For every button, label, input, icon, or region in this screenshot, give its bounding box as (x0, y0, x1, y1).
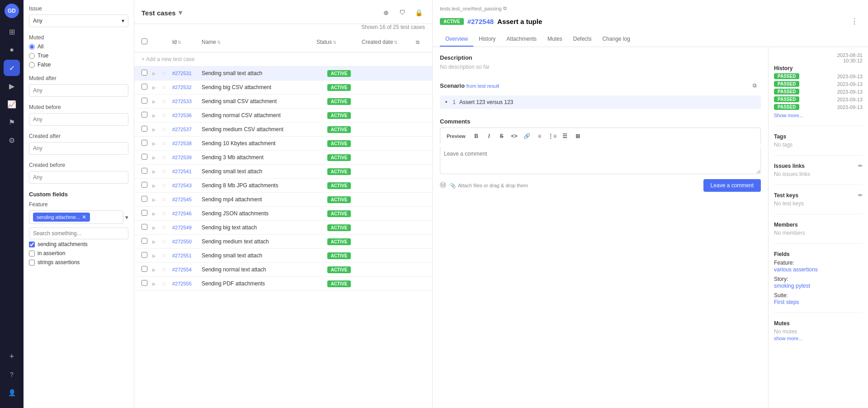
created-before-input[interactable] (29, 171, 128, 184)
row-name: Sending medium text attach (202, 238, 316, 245)
chevron-down-icon[interactable]: ▾ (179, 9, 182, 17)
add-test-row[interactable]: + Add a new test case (134, 52, 432, 66)
checkbox-strings-assertions[interactable]: strings assertions (29, 259, 128, 266)
table-row[interactable]: ▶ ☆ #272536 Sending normal CSV attachmen… (134, 109, 432, 123)
edit-test-keys-icon[interactable]: ✏ (858, 192, 863, 199)
code-btn[interactable]: <> (509, 131, 520, 142)
scenario-header: Scenario from test result ⧉ (440, 79, 761, 92)
unordered-list-btn[interactable]: ≡ (534, 131, 545, 142)
scenario-copy-icon[interactable]: ⧉ (748, 79, 761, 92)
table-row[interactable]: ▶ ☆ #272538 Sending 10 Kbytes attachment… (134, 137, 432, 151)
table-btn[interactable]: ⊞ (572, 131, 583, 142)
show-more-mutes[interactable]: show more... (774, 336, 802, 341)
table-row[interactable]: ▶ ☆ #272543 Sending 8 Mb JPG attachments… (134, 179, 432, 193)
feature-select-row: sending attachme... ✕ ▾ (29, 210, 128, 224)
filter-icon[interactable]: ⛉ (396, 6, 409, 19)
tab-attachments[interactable]: Attachments (501, 32, 542, 47)
test-icon[interactable]: ✓ (4, 60, 20, 76)
rocket-icon[interactable]: ▶ (4, 78, 20, 94)
bold-btn[interactable]: B (471, 131, 482, 142)
sort-icon: ⇅ (178, 40, 181, 45)
tab-changelog[interactable]: Change log (597, 32, 635, 47)
checkbox-in-assertion[interactable]: in assertion (29, 250, 128, 256)
test-keys-value: No test keys (774, 200, 863, 207)
ordered-list-btn[interactable]: ⋮≡ (547, 131, 558, 142)
tab-defects[interactable]: Defects (568, 32, 597, 47)
col-status-header[interactable]: Status ⇅ (316, 39, 362, 45)
muted-all-option[interactable]: All (29, 43, 128, 50)
muted-true-option[interactable]: True (29, 52, 128, 59)
leave-comment-button[interactable]: Leave a comment (703, 179, 761, 192)
test-list-panel: Test cases ▾ ⊕ ⛉ 🔒 Shown 16 of 25 test c… (134, 0, 433, 408)
table-row[interactable]: ▶ ☆ #272532 Sending big CSV attachment A… (134, 81, 432, 95)
chevron-down-icon[interactable]: ▾ (125, 214, 128, 221)
story-value-link[interactable]: smoking pytest (774, 283, 810, 289)
row-name: Sending big text attach (202, 224, 316, 231)
link-btn[interactable]: 🔗 (522, 131, 533, 142)
feature-tag-remove[interactable]: ✕ (82, 214, 86, 220)
comment-textarea[interactable] (440, 147, 761, 174)
test-title: Assert a tuple (497, 18, 542, 25)
dashboard-icon[interactable]: ⊞ (4, 24, 20, 40)
fields-story: Story: smoking pytest (774, 275, 863, 289)
feature-value-link[interactable]: various assertions (774, 266, 818, 273)
avatar[interactable]: GD (5, 4, 19, 18)
created-after-input[interactable] (29, 142, 128, 155)
suite-value-link[interactable]: First steps (774, 299, 799, 305)
fields-feature: Feature: various assertions (774, 259, 863, 273)
italic-btn[interactable]: I (484, 131, 495, 142)
row-id: #272545 (172, 197, 202, 202)
checkbox-list: sending attachments in assertion strings… (29, 241, 128, 266)
col-created-header[interactable]: Created date ⇅ (362, 39, 411, 45)
muted-false-option[interactable]: False (29, 62, 128, 68)
issues-icon[interactable]: ● (4, 42, 20, 58)
table-row[interactable]: ▶ ☆ #272541 Sending small text attach AC… (134, 165, 432, 179)
user-icon[interactable]: 👤 (4, 384, 20, 401)
help-icon[interactable]: ? (4, 366, 20, 383)
table-row[interactable]: ▶ ☆ #272531 Sending small text attach AC… (134, 66, 432, 81)
feature-select-wrap[interactable]: sending attachme... ✕ (29, 210, 123, 224)
issue-select[interactable]: Any ▾ (29, 14, 128, 27)
copy-icon[interactable]: ⧉ (411, 36, 424, 48)
tab-mutes[interactable]: Mutes (542, 32, 568, 47)
settings-icon[interactable]: ⚙ (4, 132, 20, 148)
history-row: PASSED 2023-09-13 (774, 89, 863, 95)
table-row[interactable]: ▶ ☆ #272546 Sending JSON attachments ACT… (134, 207, 432, 221)
edit-issues-icon[interactable]: ✏ (858, 163, 863, 169)
table-row[interactable]: ▶ ☆ #272545 Sending mp4 attachment ACTIV… (134, 193, 432, 207)
table-row[interactable]: ▶ ☆ #272533 Sending small CSV attachment… (134, 95, 432, 109)
show-more-history[interactable]: Show more... (774, 113, 803, 118)
table-row[interactable]: ▶ ☆ #272537 Sending medium CSV attachmen… (134, 123, 432, 137)
copy-icon[interactable]: ⧉ (503, 5, 507, 11)
more-options-icon[interactable]: ⋮ (848, 15, 861, 28)
col-name-header[interactable]: Name ⇅ (202, 39, 316, 45)
table-row[interactable]: ▶ ☆ #272550 Sending medium text attach A… (134, 235, 432, 249)
muted-after-input[interactable] (29, 84, 128, 97)
muted-before-input[interactable] (29, 113, 128, 126)
strikethrough-btn[interactable]: S (496, 131, 507, 142)
select-all-checkbox[interactable] (142, 38, 152, 46)
table-row[interactable]: ▶ ☆ #272555 Sending PDF attachments ACTI… (134, 277, 432, 291)
date-display: 2023-08-31 10:30:12 (774, 52, 863, 63)
add-icon[interactable]: + (4, 348, 20, 365)
checkbox-sending-attachments[interactable]: sending attachments (29, 241, 128, 247)
table-row[interactable]: ▶ ☆ #272549 Sending big text attach ACTI… (134, 221, 432, 235)
col-id-header[interactable]: Id ⇅ (172, 39, 202, 45)
flag-icon[interactable]: ⚑ (4, 114, 20, 130)
test-list-header: Test cases ▾ ⊕ ⛉ 🔒 (134, 0, 432, 24)
tab-history[interactable]: History (473, 32, 501, 47)
passed-badge: PASSED (774, 81, 799, 87)
search-feature-input[interactable] (29, 228, 128, 239)
chart-icon[interactable]: 📈 (4, 96, 20, 112)
table-row[interactable]: ▶ ☆ #272539 Sending 3 Mb attachment ACTI… (134, 151, 432, 165)
lock-icon[interactable]: 🔒 (412, 6, 425, 19)
add-test-icon[interactable]: ⊕ (380, 6, 392, 19)
checklist-btn[interactable]: ☰ (560, 131, 571, 142)
preview-btn[interactable]: Preview (443, 131, 469, 142)
tab-overview[interactable]: Overview (440, 32, 473, 47)
row-name: Sending 3 Mb attachment (202, 154, 316, 161)
history-row: PASSED 2023-09-13 (774, 96, 863, 102)
table-row[interactable]: ▶ ☆ #272554 Sending normal text attach A… (134, 263, 432, 277)
table-row[interactable]: ▶ ☆ #272551 Sending small text attach AC… (134, 249, 432, 263)
status-badge: ACTIVE (327, 84, 351, 91)
